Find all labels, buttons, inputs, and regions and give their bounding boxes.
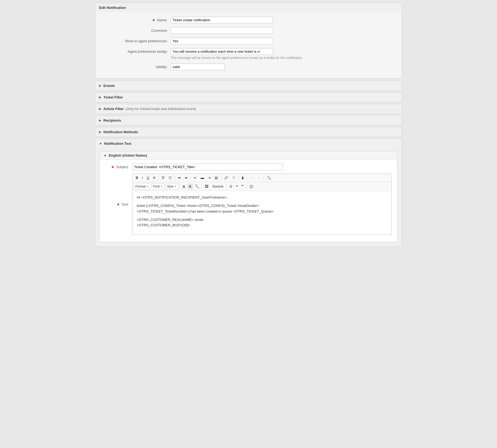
editor-line1: Hi <OTRS_NOTIFICATION_RECIPIENT_UserFirs… (137, 195, 387, 200)
editor-line3: ticket [<OTRS_CONFIG_Ticket::Hook><OTRS_… (137, 203, 387, 214)
editor-line6: <OTRS_CUSTOMER_REALNAME> wrote: <OTRS_CU… (137, 217, 387, 228)
separator9 (202, 184, 202, 189)
notification-text-title: Notification Text (104, 142, 131, 146)
toolbar-row2: Format ▼ Font ▼ Size ▼ (132, 182, 391, 191)
separator5 (239, 175, 239, 180)
subject-input[interactable] (132, 164, 283, 170)
editor-content[interactable]: Hi <OTRS_NOTIFICATION_RECIPIENT_UserFirs… (132, 191, 391, 235)
name-input[interactable] (171, 17, 273, 23)
ordered-list-button[interactable]: ☰ (160, 175, 166, 181)
notification-text-section: ▼ Notification Text ▼ English (United St… (95, 139, 402, 247)
quote-button[interactable]: ❝ (234, 184, 239, 189)
font-dropdown[interactable]: Font ▼ (152, 183, 164, 190)
blockquote-button[interactable]: ▮ (240, 175, 245, 181)
text-required: ★ (117, 202, 120, 206)
agent-tooltip-label: Agent preferences tooltip: (101, 48, 171, 54)
outdent-button[interactable]: ⬅​ (176, 175, 183, 181)
maximize-button[interactable]: ⨀ (248, 184, 255, 189)
link-button[interactable]: 🔗 (222, 175, 230, 181)
text-field-wrapper: B I U S ☰ ☷ ⬅​ ​➡ ⇤ (132, 174, 392, 235)
indent-button[interactable]: ​➡ (183, 175, 189, 181)
notification-methods-title: Notification Methods (103, 130, 138, 134)
events-section: ▶ Events (95, 81, 402, 91)
text-label: ★ Text: (105, 202, 132, 206)
text-row: ★ Text: B I U S (105, 174, 392, 235)
separator1 (158, 175, 159, 180)
ticket-filter-section: ▶ Ticket Filter (95, 92, 402, 102)
agent-tooltip-field: This message will be shown on the agent … (171, 48, 396, 60)
find-button[interactable]: 🔍 (265, 175, 273, 181)
align-center-button[interactable]: ▬ (199, 175, 206, 181)
toolbar-row1: B I U S ☰ ☷ ⬅​ ​➡ ⇤ (132, 174, 391, 182)
special-char-button[interactable]: Ω (228, 184, 234, 189)
show-agent-input[interactable] (171, 38, 273, 44)
italic-button[interactable]: I (140, 175, 145, 181)
font-color-button[interactable]: A (181, 184, 187, 189)
align-right-button[interactable]: ⇥ (206, 175, 212, 181)
separator10 (226, 184, 227, 189)
ticket-filter-header[interactable]: ▶ Ticket Filter (95, 93, 402, 102)
lang-section: ▼ English (United States) ★ Subject: (100, 151, 397, 242)
article-filter-header[interactable]: ▶ Article Filter (Only for ArticleCreate… (95, 104, 402, 114)
article-filter-title: Article Filter (103, 107, 124, 111)
separator8 (179, 184, 180, 189)
article-filter-section: ▶ Article Filter (Only for ArticleCreate… (95, 104, 402, 114)
notification-methods-arrow: ▶ (99, 130, 101, 134)
recipients-section: ▶ Recipients (95, 115, 402, 125)
format-dropdown[interactable]: Format ▼ (134, 183, 150, 190)
font-label: Font (153, 185, 160, 188)
underline-button[interactable]: U (145, 175, 151, 181)
agent-tooltip-input[interactable] (171, 48, 273, 55)
unlink-button[interactable]: ⛓ (230, 175, 237, 181)
align-left-button[interactable]: ⇤ (192, 175, 198, 181)
size-dropdown[interactable]: Size ▼ (166, 183, 178, 190)
validity-label: Validity: (101, 64, 171, 69)
name-label: ★ Name: (101, 17, 171, 22)
format-arrow: ▼ (146, 185, 149, 188)
comment-input[interactable] (171, 27, 273, 34)
source-button[interactable]: Source (211, 184, 225, 189)
separator3 (191, 175, 191, 180)
clear-format-button[interactable]: Tx (194, 183, 200, 190)
recipients-title: Recipients (103, 118, 121, 122)
unordered-list-button[interactable]: ☷ (167, 175, 173, 181)
format-label: Format (135, 185, 146, 188)
font-arrow: ▼ (160, 185, 163, 188)
edit-notification-header: Edit Notification (95, 3, 402, 12)
separator2 (175, 175, 175, 180)
bold-button[interactable]: B (134, 175, 140, 181)
recipients-arrow: ▶ (99, 119, 101, 122)
highlight-button[interactable]: A (187, 184, 193, 189)
validity-field (171, 64, 396, 70)
smart-quote-button[interactable]: ❞ (240, 184, 245, 189)
lang-header[interactable]: ▼ English (United States) (100, 151, 397, 160)
events-arrow: ▶ (99, 84, 101, 87)
separator6 (247, 175, 247, 180)
subject-field (132, 164, 392, 170)
ticket-filter-arrow: ▶ (99, 96, 101, 99)
subject-label: ★ Subject: (105, 165, 132, 169)
notification-methods-header[interactable]: ▶ Notification Methods (95, 127, 402, 137)
lang-body: ★ Subject: ★ Text: (100, 160, 397, 242)
recipients-header[interactable]: ▶ Recipients (95, 116, 402, 125)
editor-wrapper: B I U S ☰ ☷ ⬅​ ​➡ ⇤ (132, 174, 392, 235)
name-row: ★ Name: (101, 17, 396, 23)
redo-button[interactable]: → (256, 175, 262, 181)
undo-button[interactable]: ← (248, 175, 255, 181)
separator11 (246, 184, 247, 189)
subject-row: ★ Subject: (105, 164, 392, 170)
show-agent-row: Show in agent preferences: (101, 38, 396, 44)
article-filter-arrow: ▶ (99, 107, 101, 111)
notification-text-header[interactable]: ▼ Notification Text (95, 139, 402, 148)
show-agent-label: Show in agent preferences: (101, 38, 171, 43)
events-header[interactable]: ▶ Events (95, 81, 402, 90)
lang-title: English (United States) (109, 153, 147, 157)
image-button[interactable]: 🖼 (203, 184, 210, 189)
justify-button[interactable]: ▤ (213, 175, 219, 181)
strikethrough-button[interactable]: S (151, 175, 157, 181)
subject-required: ★ (111, 165, 114, 169)
article-filter-subtitle: (Only for ArticleCreate and ArticleSend … (125, 107, 196, 111)
ticket-filter-title: Ticket Filter (103, 95, 123, 99)
validity-input[interactable] (171, 64, 225, 70)
events-title: Events (103, 84, 115, 88)
